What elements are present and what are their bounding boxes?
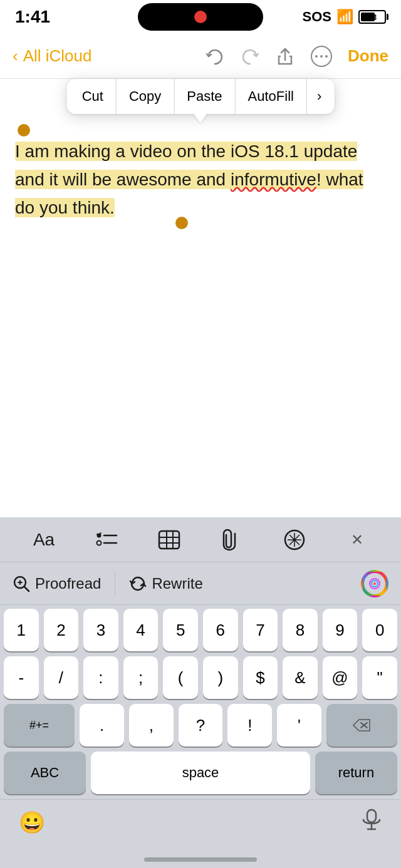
svg-point-3 [325,55,328,58]
mic-icon[interactable] [361,809,382,835]
key-2[interactable]: 2 [44,609,79,651]
nav-icons: Done [205,45,388,68]
key-colon[interactable]: : [83,656,118,699]
space-key[interactable]: space [91,752,310,794]
context-copy[interactable]: Copy [117,79,174,114]
text-area[interactable]: I am making a video on the iOS 18.1 upda… [0,125,401,517]
key-question[interactable]: ? [179,704,223,747]
key-8[interactable]: 8 [283,609,318,651]
key-quote[interactable]: " [362,656,397,699]
selection-handle-right[interactable] [175,217,188,229]
svg-point-1 [315,55,318,58]
status-bar: 1:41 SOS 📶 63 [0,0,401,34]
context-cut[interactable]: Cut [70,79,117,114]
text-content[interactable]: I am making a video on the iOS 18.1 upda… [15,138,386,222]
wifi-icon: 📶 [336,9,353,25]
svg-point-6 [97,540,102,545]
table-icon[interactable] [155,526,183,554]
key-open-paren[interactable]: ( [163,656,198,699]
key-5[interactable]: 5 [163,609,198,651]
misspelled-word: informutive [231,170,316,189]
status-right-icons: SOS 📶 63 [303,9,386,25]
share-icon[interactable] [275,46,295,66]
key-at[interactable]: @ [323,656,358,699]
ai-bar-left: Proofread Rewrite [13,571,203,596]
key-dollar[interactable]: $ [243,656,278,699]
key-dash[interactable]: - [4,656,39,699]
proofread-label: Proofread [35,575,101,592]
battery-icon: 63 [358,10,386,24]
emoji-row: 😀 [0,799,401,844]
list-icon[interactable] [93,526,120,554]
nav-bar: ‹ All iCloud [0,34,401,79]
redo-icon[interactable] [240,48,260,65]
svg-rect-23 [367,810,376,822]
key-7[interactable]: 7 [243,609,278,651]
svg-line-15 [24,587,29,591]
status-time: 1:41 [15,7,50,27]
delete-key[interactable] [326,704,397,747]
back-arrow-icon: ‹ [13,46,18,66]
keyboard-area: Aa [0,517,401,868]
dynamic-island [138,3,263,31]
symbol-row: - / : ; ( ) $ & @ " [0,654,401,701]
key-comma[interactable]: , [129,704,174,747]
nav-back[interactable]: ‹ All iCloud [13,46,92,66]
writing-tools-icon[interactable] [281,526,308,554]
svg-rect-8 [159,531,179,549]
key-period[interactable]: . [80,704,124,747]
undo-icon[interactable] [205,48,225,65]
rewrite-button[interactable]: Rewrite [129,575,202,592]
key-1[interactable]: 1 [4,609,39,651]
sos-indicator: SOS [303,9,331,25]
ai-suggestion-bar: Proofread Rewrite [0,562,401,605]
rewrite-label: Rewrite [152,575,202,592]
abc-key[interactable]: ABC [4,752,86,794]
done-button[interactable]: Done [348,46,388,66]
context-menu: Cut Copy Paste AutoFill › [67,79,335,114]
svg-point-2 [320,55,323,58]
return-key[interactable]: return [315,752,397,794]
nav-back-label[interactable]: All iCloud [23,46,92,66]
selection-handle-left[interactable] [18,124,30,137]
key-3[interactable]: 3 [83,609,118,651]
context-paste[interactable]: Paste [174,79,235,114]
number-row: 1 2 3 4 5 6 7 8 9 0 [0,605,401,654]
key-6[interactable]: 6 [203,609,238,651]
emoji-icon[interactable]: 😀 [19,810,45,835]
more-icon[interactable] [310,45,333,68]
recording-indicator [194,11,207,23]
key-9[interactable]: 9 [323,609,358,651]
close-keyboard-icon[interactable]: ✕ [343,526,371,554]
key-0[interactable]: 0 [362,609,397,651]
siri-icon[interactable] [361,570,388,597]
bottom-row: ABC space return [0,749,401,799]
key-close-paren[interactable]: ) [203,656,238,699]
home-indicator [144,857,257,862]
key-semicolon[interactable]: ; [123,656,159,699]
context-more-icon[interactable]: › [307,79,331,114]
key-slash[interactable]: / [44,656,79,699]
key-4[interactable]: 4 [123,609,159,651]
key-exclaim[interactable]: ! [227,704,272,747]
font-icon[interactable]: Aa [30,526,58,554]
keyboard-toolbar: Aa [0,517,401,562]
proofread-button[interactable]: Proofread [13,575,101,592]
context-autofill[interactable]: AutoFill [236,79,307,114]
key-symbols[interactable]: #+= [4,704,75,747]
svg-point-20 [373,582,376,585]
ai-divider [115,571,115,596]
key-ampersand[interactable]: & [283,656,318,699]
special-row: #+= . , ? ! ' [0,701,401,749]
key-apostrophe[interactable]: ' [277,704,321,747]
attachment-icon[interactable] [218,526,246,554]
